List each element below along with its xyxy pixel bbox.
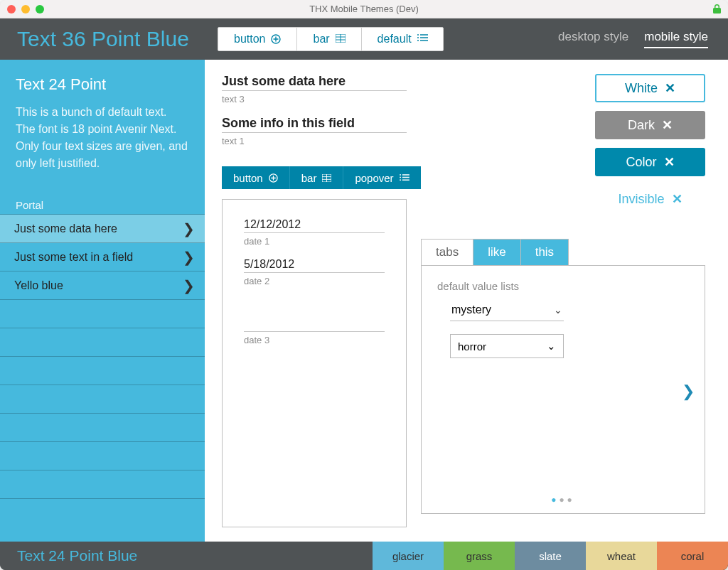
list-icon (400, 174, 410, 181)
valuelist-inline[interactable]: mystery ⌄ (450, 301, 564, 321)
valuelist-value: mystery (451, 303, 491, 316)
style-switcher: desktop style mobile style (558, 30, 728, 48)
grid-icon (336, 34, 346, 44)
footer-title: Text 24 Point Blue (0, 547, 205, 564)
chevron-right-icon: ❯ (183, 220, 195, 237)
chip-color[interactable]: Color ✕ (595, 148, 705, 176)
seg-button-label: default (378, 33, 412, 45)
sidebar: Text 24 Point This is a bunch of default… (0, 60, 205, 542)
close-icon: ✕ (662, 117, 673, 133)
date3-value[interactable] (244, 319, 385, 332)
chip-label: Invisible (618, 192, 664, 207)
swatch-glacier[interactable]: glacier (373, 542, 444, 570)
page-dots: ●●● (422, 495, 705, 505)
close-icon: ✕ (672, 191, 682, 207)
seg2-button-bar[interactable]: bar (290, 166, 344, 189)
date3-label: date 3 (244, 335, 385, 345)
seg2-button-popover[interactable]: popover (343, 166, 420, 189)
field-text1-value[interactable]: Some info in this field (222, 116, 407, 133)
portal-row-label: Just some data here (14, 222, 117, 235)
date1-label: date 1 (244, 236, 385, 247)
plus-circle-icon (271, 34, 281, 44)
next-page-button[interactable]: ❯ (682, 382, 695, 401)
swatch-slate[interactable]: slate (515, 542, 586, 570)
portal-row[interactable]: Just some text in a field ❯ (0, 243, 205, 271)
sidebar-heading: Text 24 Point (16, 75, 189, 94)
theme-swatches: glacier grass slate wheat coral (373, 542, 728, 570)
swatch-coral[interactable]: coral (657, 542, 728, 570)
seg2-button-button[interactable]: button (222, 166, 290, 189)
portal-row[interactable]: Yello blue ❯ (0, 271, 205, 300)
window-title: THX Mobile Themes (Dev) (0, 4, 728, 14)
lock-icon (713, 4, 721, 14)
chip-white[interactable]: White ✕ (595, 74, 705, 102)
seg2-label: popover (355, 172, 393, 184)
close-icon: ✕ (665, 80, 675, 96)
app-window: THX Mobile Themes (Dev) Text 36 Point Bl… (0, 0, 728, 570)
dates-panel: 12/12/2012 date 1 5/18/2012 date 2 date … (222, 199, 407, 527)
portal-row-empty (0, 328, 205, 357)
main-left-column: Just some data here text 3 Some info in … (222, 74, 407, 527)
chevron-down-icon: ⌄ (554, 304, 562, 316)
tabs-widget: tabs like this default value lists myste… (421, 239, 705, 514)
chevron-down-icon: ⌄ (547, 340, 556, 353)
sidebar-section-label: Portal (0, 199, 205, 215)
link-mobile-style[interactable]: mobile style (644, 30, 708, 48)
date1-value[interactable]: 12/12/2012 (244, 218, 385, 233)
header-segmented-control: button bar default (218, 27, 444, 51)
header-title: Text 36 Point Blue (0, 27, 205, 51)
seg-button-label: button (234, 33, 265, 45)
seg2-label: bar (301, 172, 317, 184)
chevron-right-icon: ❯ (183, 249, 195, 266)
tab-this[interactable]: this (520, 239, 569, 265)
portal-row-empty (0, 442, 205, 470)
portal-row-empty (0, 470, 205, 499)
chip-label: Dark (628, 118, 655, 133)
sidebar-body-text: This is a bunch of default text. The fon… (16, 104, 189, 172)
seg-button-bar[interactable]: bar (297, 28, 361, 50)
portal-row-empty (0, 414, 205, 442)
header-bar: Text 36 Point Blue button bar default (0, 18, 728, 60)
main-canvas: Just some data here text 3 Some info in … (205, 60, 728, 542)
portal-row-empty (0, 385, 205, 414)
date2-value[interactable]: 5/18/2012 (244, 258, 385, 273)
list-icon (417, 34, 427, 44)
swatch-grass[interactable]: grass (444, 542, 515, 570)
tabpanel-heading: default value lists (437, 280, 689, 292)
footer-bar: Text 24 Point Blue glacier grass slate w… (0, 542, 728, 570)
portal-row-empty (0, 300, 205, 328)
valuelist-dropdown[interactable]: horror ⌄ (450, 334, 564, 358)
portal-row-empty (0, 357, 205, 385)
titlebar: THX Mobile Themes (Dev) (0, 0, 728, 18)
field-text3-value[interactable]: Just some data here (222, 74, 407, 91)
chip-invisible[interactable]: Invisible ✕ (595, 185, 705, 213)
plus-circle-icon (269, 173, 278, 183)
valuelist-value: horror (458, 340, 486, 353)
seg-button-button[interactable]: button (218, 28, 297, 50)
seg-button-default[interactable]: default (362, 28, 443, 50)
portal-row[interactable]: Just some data here ❯ (0, 215, 205, 243)
tab-like[interactable]: like (473, 239, 521, 265)
date2-label: date 2 (244, 276, 385, 286)
chevron-right-icon: ❯ (183, 277, 195, 294)
link-desktop-style[interactable]: desktop style (558, 30, 628, 48)
tab-panel: default value lists mystery ⌄ horror ⌄ ❯… (421, 265, 705, 514)
seg-button-label: bar (313, 33, 329, 45)
swatch-wheat[interactable]: wheat (586, 542, 657, 570)
portal-row-label: Yello blue (14, 279, 63, 292)
main-right-column: White ✕ Dark ✕ Color ✕ Invisible ✕ (421, 74, 705, 527)
field-text1-label: text 1 (222, 136, 407, 146)
chip-dark[interactable]: Dark ✕ (595, 111, 705, 139)
portal-row-label: Just some text in a field (14, 251, 133, 264)
main-segmented-control: button bar popover (222, 166, 407, 189)
grid-icon (322, 174, 331, 182)
field-text3-label: text 3 (222, 94, 407, 104)
tab-tabs[interactable]: tabs (421, 239, 473, 265)
chip-label: White (625, 81, 658, 96)
close-icon: ✕ (664, 154, 675, 170)
chip-label: Color (626, 155, 656, 170)
seg2-label: button (233, 172, 263, 184)
